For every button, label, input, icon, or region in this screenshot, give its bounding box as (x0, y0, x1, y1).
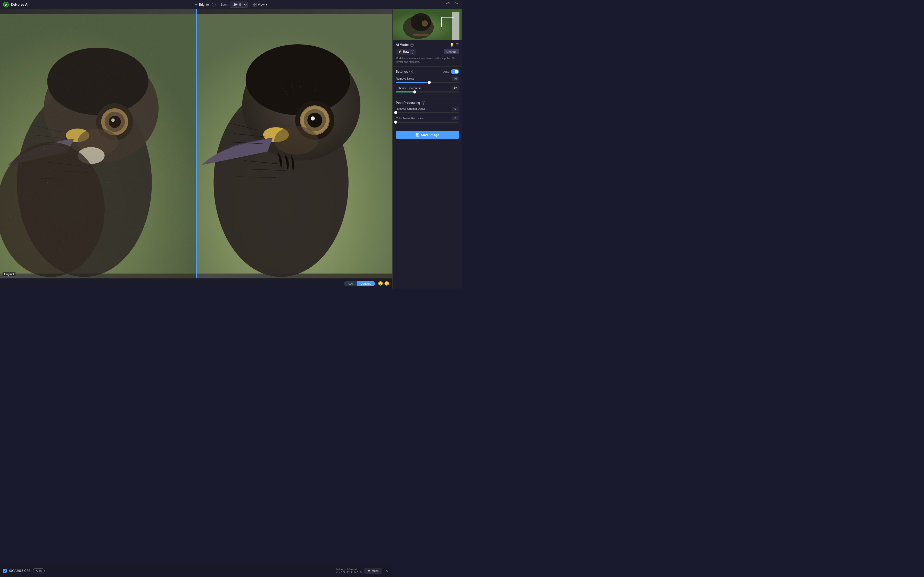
color-noise-track[interactable] (396, 122, 459, 122)
recover-detail-label: Recover Original Detail (396, 107, 425, 110)
svg-point-44 (10, 216, 11, 217)
svg-point-32 (101, 44, 102, 45)
remove-noise-track[interactable] (396, 82, 459, 83)
remove-noise-slider-row: Remove Noise 40 (396, 76, 459, 83)
enhance-sharpness-label: Enhance Sharpness (396, 87, 421, 90)
svg-point-51 (189, 209, 189, 210)
raw-updated-pill: Raw Updated (344, 281, 375, 286)
remove-noise-value[interactable]: 40 (452, 76, 459, 81)
undo-button[interactable] (445, 2, 451, 8)
processed-image-panel (197, 9, 393, 278)
enhance-sharpness-track[interactable] (396, 92, 459, 92)
enhance-sharpness-slider-row: Enhance Sharpness 42 (396, 86, 459, 92)
ai-model-label: AI Model (396, 43, 409, 47)
undo-icon (446, 2, 450, 6)
color-noise-header: Color Noise Reduction 0 (396, 116, 459, 120)
toggle-switch[interactable] (451, 69, 459, 74)
svg-point-39 (182, 108, 183, 109)
pill-updated-btn[interactable]: Updated (357, 281, 375, 286)
model-description: Model recommendation is based on the sup… (396, 56, 459, 64)
svg-point-37 (34, 132, 34, 132)
enhance-sharpness-fill (396, 92, 415, 92)
app-title: DeNoise AI (11, 3, 28, 6)
image-area: Original (0, 9, 393, 288)
svg-rect-89 (416, 135, 418, 136)
undo-redo-group (445, 2, 459, 8)
remove-noise-thumb[interactable] (428, 81, 431, 84)
brighten-button[interactable]: ✦ Brighten ? (192, 2, 218, 8)
model-help-icon[interactable]: ? (411, 50, 414, 53)
svg-point-55 (148, 98, 149, 99)
svg-point-27 (40, 27, 41, 28)
svg-point-45 (37, 233, 38, 234)
svg-point-33 (128, 34, 129, 34)
brighten-help-icon[interactable]: ? (212, 3, 215, 6)
image-bottom-bar: Raw Updated 🙂 🙁 (0, 278, 393, 288)
processed-hawk-svg (197, 9, 393, 278)
recover-detail-slider-row: Recover Original Detail 0 (396, 106, 459, 113)
original-hawk-svg (0, 9, 195, 278)
post-processing-section: Post-Processing ? Recover Original Detai… (393, 98, 462, 128)
svg-rect-3 (255, 3, 256, 4)
thumbnail-viewport-box (441, 17, 454, 27)
svg-point-48 (118, 243, 119, 244)
zoom-control: Zoom 294% 200% 100% 50% Fit (221, 2, 248, 8)
color-noise-label: Color Noise Reduction (396, 117, 424, 120)
zoom-select[interactable]: 294% 200% 100% 50% Fit (230, 2, 248, 8)
svg-point-84 (422, 20, 428, 27)
zoom-label: Zoom (221, 3, 229, 6)
view-icon (253, 3, 257, 6)
svg-rect-25 (0, 14, 195, 274)
redo-icon (454, 2, 458, 6)
svg-rect-2 (253, 3, 254, 4)
enhance-sharpness-thumb[interactable] (413, 90, 416, 93)
ai-model-title: AI Model ? (396, 43, 414, 47)
color-noise-slider-row: Color Noise Reduction 0 (396, 116, 459, 122)
ai-model-help-icon[interactable]: ? (410, 43, 414, 47)
save-icon (415, 133, 419, 137)
svg-point-26 (16, 40, 17, 42)
view-button[interactable]: View ▾ (251, 2, 270, 8)
enhance-sharpness-value[interactable]: 42 (452, 86, 459, 90)
toggle-knob (455, 70, 459, 73)
settings-help-icon[interactable]: ? (409, 70, 413, 73)
dislike-button[interactable]: 🙁 (384, 281, 389, 286)
model-badge: ⚡ Raw ? (396, 49, 416, 55)
split-container: Original (0, 9, 393, 278)
post-proc-help-icon[interactable]: ? (422, 101, 425, 105)
view-chevron-icon: ▾ (266, 3, 267, 6)
svg-text:D: D (5, 3, 7, 6)
svg-rect-88 (416, 134, 418, 135)
color-noise-thumb[interactable] (394, 121, 397, 124)
recover-detail-value[interactable]: 0 (452, 106, 459, 111)
pill-raw-btn[interactable]: Raw (344, 281, 357, 286)
svg-point-31 (81, 61, 81, 61)
color-noise-value[interactable]: 0 (452, 116, 459, 120)
redo-button[interactable] (453, 2, 459, 8)
svg-point-56 (43, 148, 45, 150)
model-name: Raw (403, 50, 409, 53)
original-image[interactable]: Original (0, 9, 195, 278)
original-label: Original (3, 272, 16, 276)
svg-rect-85 (413, 34, 429, 36)
svg-point-57 (108, 182, 108, 183)
recover-detail-thumb[interactable] (394, 111, 397, 114)
settings-section: Settings ? Auto Remove Noise 40 (393, 67, 462, 98)
menu-icon[interactable]: ☰ (456, 43, 459, 47)
svg-point-66 (311, 116, 315, 121)
ai-model-section: AI Model ? 💡 ☰ ⚡ Raw ? Change Model reco… (393, 40, 462, 67)
auto-toggle[interactable]: Auto (443, 69, 459, 74)
remove-noise-header: Remove Noise 40 (396, 76, 459, 81)
ai-model-actions: 💡 ☰ (450, 43, 459, 47)
svg-point-38 (162, 81, 162, 82)
post-proc-label: Post-Processing (396, 101, 420, 105)
emoji-buttons: 🙂 🙁 (378, 281, 389, 286)
svg-point-35 (175, 41, 176, 42)
svg-point-65 (307, 113, 322, 128)
processed-image[interactable] (197, 9, 393, 278)
save-image-button[interactable]: Save Image (396, 131, 459, 139)
like-button[interactable]: 🙂 (378, 281, 383, 286)
svg-point-52 (30, 64, 31, 65)
recover-detail-track[interactable] (396, 112, 459, 113)
change-model-button[interactable]: Change (444, 49, 459, 54)
